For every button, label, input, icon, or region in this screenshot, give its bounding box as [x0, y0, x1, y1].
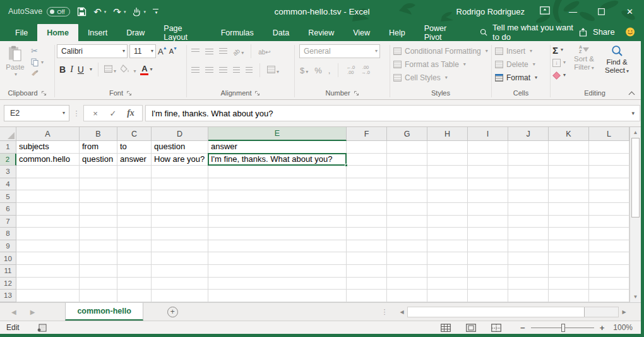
cell-A10[interactable] [16, 252, 80, 265]
ribbon-display-options-button[interactable] [540, 6, 550, 17]
cell-L5[interactable] [589, 190, 629, 203]
cell-J9[interactable] [508, 240, 549, 253]
cell-J11[interactable] [508, 265, 549, 278]
row-header-8[interactable]: 8 [0, 228, 16, 240]
fill-color-button[interactable]: ▾ [121, 64, 136, 75]
formula-input[interactable]: I'm fine, thanks. What about you? ▾ [145, 105, 640, 121]
cell-C2[interactable]: answer [117, 154, 152, 166]
row-header-7[interactable]: 7 [0, 216, 16, 228]
page-break-preview-button[interactable] [491, 324, 501, 332]
cell-J10[interactable] [508, 252, 549, 265]
cell-G11[interactable] [387, 265, 427, 278]
cell-J12[interactable] [508, 278, 549, 290]
column-header-A[interactable]: A [16, 127, 80, 141]
align-top-button[interactable] [191, 49, 200, 54]
name-box[interactable]: E2 ▾ [4, 105, 69, 121]
customize-qat-button[interactable]: ▾ [153, 9, 158, 15]
merge-center-button[interactable]: ▾ [267, 64, 279, 76]
cell-E12[interactable] [208, 278, 347, 290]
row-header-2[interactable]: 2 [0, 154, 16, 166]
delete-cells-button[interactable]: Delete ▾ [494, 58, 548, 71]
enter-entry-button[interactable]: ✓ [104, 109, 122, 118]
cell-I3[interactable] [468, 166, 508, 178]
cell-E13[interactable] [208, 290, 347, 302]
row-header-10[interactable]: 10 [0, 252, 16, 265]
column-header-C[interactable]: C [117, 127, 152, 141]
cell-I4[interactable] [468, 178, 508, 191]
cell-D7[interactable] [152, 216, 208, 228]
zoom-slider[interactable] [531, 328, 594, 328]
cell-F1[interactable] [347, 141, 387, 154]
column-header-E[interactable]: E [208, 127, 347, 141]
cell-F12[interactable] [347, 278, 387, 290]
tab-page-layout[interactable]: Page Layout [154, 24, 211, 41]
underline-button[interactable]: U [78, 65, 84, 74]
cell-B12[interactable] [80, 278, 117, 290]
row-header-9[interactable]: 9 [0, 240, 16, 253]
cell-B7[interactable] [80, 216, 117, 228]
cell-C3[interactable] [117, 166, 152, 178]
bold-button[interactable]: B [59, 65, 66, 74]
format-painter-button[interactable] [31, 70, 44, 77]
insert-function-button[interactable]: fx [122, 108, 140, 118]
underline-caret[interactable]: ▾ [90, 67, 92, 72]
cell-J5[interactable] [508, 190, 549, 203]
cell-I7[interactable] [468, 216, 508, 228]
cell-H6[interactable] [427, 203, 468, 216]
cell-D11[interactable] [152, 265, 208, 278]
share-button[interactable]: Share [579, 23, 615, 41]
cell-E6[interactable] [208, 203, 347, 216]
tab-data[interactable]: Data [263, 24, 299, 41]
cell-C13[interactable] [117, 290, 152, 302]
cell-E1[interactable]: answer [208, 141, 347, 154]
align-left-button[interactable] [191, 67, 200, 73]
row-header-4[interactable]: 4 [0, 178, 16, 191]
clear-button[interactable]: ▾ [552, 70, 566, 80]
cell-I9[interactable] [468, 240, 508, 253]
cell-F13[interactable] [347, 290, 387, 302]
cell-E4[interactable] [208, 178, 347, 191]
cell-I2[interactable] [468, 154, 508, 166]
cell-D6[interactable] [152, 203, 208, 216]
cell-B10[interactable] [80, 252, 117, 265]
cell-G3[interactable] [387, 166, 427, 178]
font-size-select[interactable]: 11 ▾ [129, 44, 156, 58]
column-header-I[interactable]: I [468, 127, 508, 141]
cell-H13[interactable] [427, 290, 468, 302]
cell-D5[interactable] [152, 190, 208, 203]
cell-H10[interactable] [427, 252, 468, 265]
page-layout-view-button[interactable] [466, 324, 476, 332]
decrease-decimal-button[interactable]: .00→.0 [361, 65, 370, 75]
cell-L1[interactable] [589, 141, 629, 154]
borders-button[interactable]: ▾ [104, 64, 116, 75]
orientation-button[interactable]: ab▾ [233, 46, 244, 57]
cell-I1[interactable] [468, 141, 508, 154]
cell-L4[interactable] [589, 178, 629, 191]
cell-A1[interactable]: subjects [16, 141, 80, 154]
cell-F6[interactable] [347, 203, 387, 216]
font-color-button[interactable]: A ▾ [140, 64, 152, 75]
cell-H9[interactable] [427, 240, 468, 253]
cell-L6[interactable] [589, 203, 629, 216]
row-header-13[interactable]: 13 [0, 290, 16, 302]
percent-style-button[interactable]: % [314, 66, 322, 75]
cell-I13[interactable] [468, 290, 508, 302]
column-header-L[interactable]: L [589, 127, 629, 141]
number-format-select[interactable]: General ▾ [299, 44, 380, 58]
select-all-corner[interactable] [0, 127, 16, 141]
normal-view-button[interactable] [441, 324, 451, 332]
cell-A8[interactable] [16, 228, 80, 240]
cell-A12[interactable] [16, 278, 80, 290]
cell-K8[interactable] [549, 228, 589, 240]
tab-file[interactable]: File [6, 24, 37, 41]
zoom-in-button[interactable]: + [600, 323, 605, 333]
column-header-G[interactable]: G [387, 127, 427, 141]
cell-A7[interactable] [16, 216, 80, 228]
cell-D4[interactable] [152, 178, 208, 191]
font-family-select[interactable]: Calibri ▾ [57, 44, 128, 58]
cell-J1[interactable] [508, 141, 549, 154]
cell-H8[interactable] [427, 228, 468, 240]
cell-L2[interactable] [589, 154, 629, 166]
number-dialog-launcher[interactable] [354, 90, 359, 96]
cell-E3[interactable] [208, 166, 347, 178]
